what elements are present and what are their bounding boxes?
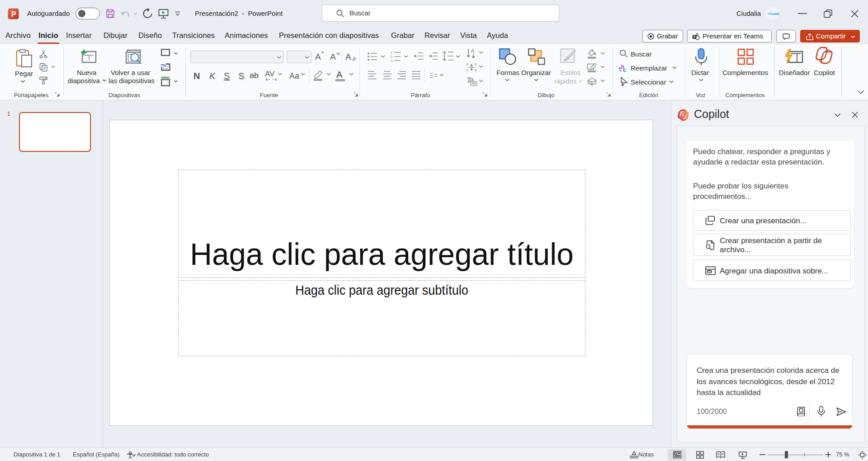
svg-text:P: P: [11, 10, 16, 18]
svg-text:1: 1: [391, 51, 393, 55]
svg-text:A: A: [471, 48, 475, 54]
svg-text:»Ciudalia: »Ciudalia: [768, 12, 779, 15]
svg-text:3: 3: [391, 59, 393, 62]
svg-text:c: c: [623, 66, 626, 73]
svg-text:2: 2: [391, 55, 393, 59]
